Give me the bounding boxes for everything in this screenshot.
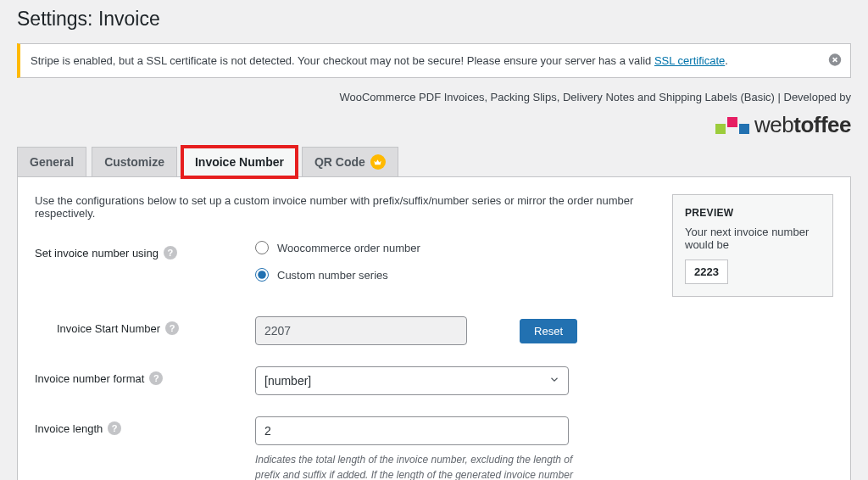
help-icon[interactable]: ? (149, 371, 163, 385)
label-start-number: Invoice Start Number ? (35, 316, 255, 335)
preview-value: 2223 (685, 260, 728, 284)
page-title: Settings: Invoice (17, 0, 851, 31)
ssl-notice: Stripe is enabled, but a SSL certificate… (17, 43, 851, 78)
preview-title: PREVIEW (685, 207, 821, 219)
notice-text-before: Stripe is enabled, but a SSL certificate… (31, 54, 654, 67)
close-icon[interactable] (828, 53, 842, 69)
radio-woo-input[interactable] (255, 241, 269, 254)
tab-customize[interactable]: Customize (92, 147, 177, 177)
preview-box: PREVIEW Your next invoice number would b… (672, 194, 833, 297)
length-description: Indicates the total length of the invoic… (255, 452, 577, 480)
ssl-link[interactable]: SSL certificate (654, 54, 725, 67)
length-input[interactable] (255, 416, 569, 445)
format-select[interactable]: [number] (255, 366, 569, 395)
brand-logo: webtoffee (17, 112, 851, 138)
label-length: Invoice length ? (35, 416, 255, 435)
brand-name: webtoffee (754, 112, 851, 138)
reset-button[interactable]: Reset (520, 319, 577, 343)
tab-invoice-number[interactable]: Invoice Number (182, 147, 297, 177)
radio-custom-label: Custom number series (277, 269, 388, 282)
radio-woo-label: Woocommerce order number (277, 242, 420, 254)
tab-qr-code[interactable]: QR Code (302, 147, 398, 177)
help-icon[interactable]: ? (165, 321, 179, 335)
logo-squares-icon (715, 117, 749, 134)
tab-qr-code-label: QR Code (314, 155, 365, 169)
intro-text: Use the configurations below to set up a… (35, 194, 647, 220)
tab-bar: General Customize Invoice Number QR Code (17, 147, 851, 177)
crown-icon (370, 154, 386, 170)
tab-general[interactable]: General (17, 147, 86, 177)
radio-custom-series[interactable]: Custom number series (255, 268, 577, 282)
help-icon[interactable]: ? (108, 421, 121, 435)
developed-by-text: WooCommerce PDF Invoices, Packing Slips,… (17, 91, 851, 103)
label-set-using: Set invoice number using ? (35, 241, 255, 260)
help-icon[interactable]: ? (164, 246, 177, 260)
label-format: Invoice number format ? (35, 366, 255, 385)
start-number-input[interactable] (255, 316, 467, 345)
notice-text-after: . (725, 54, 728, 67)
radio-woo-order[interactable]: Woocommerce order number (255, 241, 577, 254)
radio-custom-input[interactable] (255, 268, 269, 282)
preview-text: Your next invoice number would be (685, 226, 821, 251)
settings-panel: Use the configurations below to set up a… (17, 176, 851, 480)
